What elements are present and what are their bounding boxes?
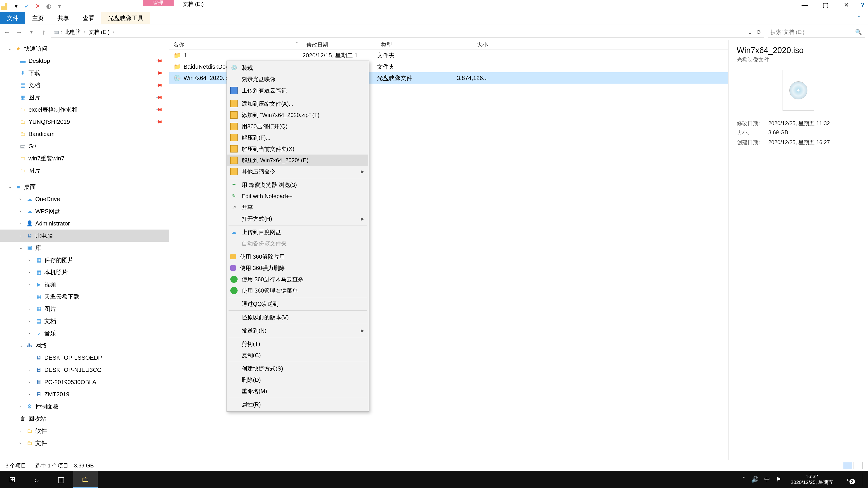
tab-share[interactable]: 共享 <box>51 12 76 24</box>
taskbar-search-button[interactable]: ⌕ <box>24 471 49 488</box>
breadcrumb[interactable]: 文档 (E:) <box>89 29 116 36</box>
menu-restore-version[interactable]: 还原以前的版本(V) <box>227 312 368 323</box>
column-headers[interactable]: 名称˄ 修改日期 类型 大小 <box>169 40 728 50</box>
minimize-button[interactable]: — <box>794 0 815 10</box>
qat-more-icon[interactable]: ▾ <box>56 2 63 10</box>
taskbar-explorer-button[interactable]: 🗀 <box>73 471 98 488</box>
menu-notepadpp[interactable]: ✎Edit with Notepad++ <box>227 191 368 202</box>
help-button[interactable]: ? <box>857 0 868 10</box>
nav-history-icon[interactable]: ▾ <box>28 29 35 35</box>
column-name[interactable]: 名称˄ <box>169 41 303 48</box>
breadcrumb[interactable]: 此电脑 <box>64 29 87 36</box>
maximize-button[interactable]: ▢ <box>815 0 836 10</box>
tree-item[interactable]: ›♪音乐 <box>0 327 169 339</box>
tree-item[interactable]: ›▦图片 <box>0 303 169 315</box>
qat-dropdown-icon[interactable]: ▾ <box>12 2 20 10</box>
address-bar[interactable]: 🖴 › 此电脑 文档 (E:) ⌄ ⟳ <box>51 27 764 37</box>
menu-add-zip[interactable]: 添加到 "Win7x64_2020.zip" (T) <box>227 109 368 121</box>
tree-onedrive[interactable]: ›☁OneDrive <box>0 193 169 205</box>
tree-recycle-bin[interactable]: 🗑回收站 <box>0 413 169 425</box>
tree-item[interactable]: 🗀Bandicam <box>0 128 169 140</box>
menu-360-manage[interactable]: 使用 360管理右键菜单 <box>227 285 368 296</box>
search-box[interactable]: 搜索"文档 (E:)" 🔍 <box>768 27 865 37</box>
view-icons-button[interactable] <box>854 462 863 469</box>
menu-mount[interactable]: 💿装载 <box>227 62 368 73</box>
menu-rename[interactable]: 重命名(M) <box>227 385 368 397</box>
close-button[interactable]: ✕ <box>836 0 857 10</box>
menu-properties[interactable]: 属性(R) <box>227 399 368 410</box>
tree-quick-access[interactable]: ⌄★快速访问 <box>0 42 169 55</box>
tab-view[interactable]: 查看 <box>76 12 101 24</box>
tree-item[interactable]: ›▦保存的图片 <box>0 254 169 266</box>
tree-documents[interactable]: ▤文档📌 <box>0 79 169 91</box>
tray-volume-icon[interactable]: 🔊 <box>751 476 758 483</box>
tray-security-icon[interactable]: ⚑ <box>776 476 781 483</box>
menu-360-unlock[interactable]: 使用 360解除占用 <box>227 251 368 262</box>
column-date[interactable]: 修改日期 <box>303 41 377 48</box>
menu-360-scan[interactable]: 使用 360进行木马云查杀 <box>227 273 368 285</box>
tree-item[interactable]: ›🗀软件 <box>0 425 169 437</box>
menu-extract-named[interactable]: 解压到 Win7x64_2020\ (E) <box>227 155 368 166</box>
start-button[interactable]: ⊞ <box>0 471 24 488</box>
tree-item[interactable]: ›🖥DESKTOP-LSSOEDP <box>0 352 169 364</box>
tree-this-pc[interactable]: ›🖥此电脑 <box>0 230 169 242</box>
tray-ime-indicator[interactable]: 中 <box>764 476 770 484</box>
tree-item[interactable]: ›▶视频 <box>0 278 169 291</box>
tab-file[interactable]: 文件 <box>0 12 25 24</box>
menu-create-shortcut[interactable]: 创建快捷方式(S) <box>227 363 368 374</box>
show-desktop-button[interactable] <box>862 473 865 486</box>
menu-burn[interactable]: 刻录光盘映像 <box>227 73 368 85</box>
tree-item[interactable]: ›▤文档 <box>0 315 169 327</box>
tray-overflow-icon[interactable]: ˄ <box>742 476 745 483</box>
tree-item[interactable]: ›▦天翼云盘下载 <box>0 291 169 303</box>
menu-youdao[interactable]: 上传到有道云笔记 <box>227 85 368 96</box>
menu-send-to[interactable]: 发送到(N)▶ <box>227 325 368 336</box>
taskbar-clock[interactable]: 16:32 2020/12/25, 星期五 <box>787 474 837 485</box>
menu-delete[interactable]: 删除(D) <box>227 374 368 385</box>
tree-downloads[interactable]: ⬇下载📌 <box>0 67 169 79</box>
nav-forward-button[interactable]: → <box>16 28 23 36</box>
qat-close-icon[interactable]: ✕ <box>34 2 41 10</box>
refresh-button[interactable]: ⟳ <box>756 29 762 36</box>
tree-item[interactable]: 🗀excel表格制作求和📌 <box>0 103 169 116</box>
menu-extract-to[interactable]: 解压到(F)... <box>227 132 368 143</box>
tree-desktop[interactable]: ▬Desktop📌 <box>0 55 169 67</box>
tree-desktop-root[interactable]: ⌄■桌面 <box>0 181 169 193</box>
menu-open-360zip[interactable]: 用360压缩打开(Q) <box>227 121 368 132</box>
menu-open-with[interactable]: 打开方式(H)▶ <box>227 213 368 224</box>
qat-generic-icon[interactable]: ◐ <box>45 2 53 10</box>
tree-item[interactable]: ›🖥PC-20190530OBLA <box>0 376 169 388</box>
tree-libraries[interactable]: ⌄▣库 <box>0 242 169 254</box>
ribbon-collapse-icon[interactable]: ⌃ <box>849 12 868 24</box>
menu-extract-here[interactable]: 解压到当前文件夹(X) <box>227 143 368 155</box>
action-center-button[interactable]: ▭ 3 <box>843 473 856 486</box>
file-row[interactable]: 📁1 2020/12/15, 星期二 1... 文件夹 <box>169 50 728 61</box>
nav-back-button[interactable]: ← <box>3 28 11 36</box>
menu-qq-send[interactable]: 通过QQ发送到 <box>227 298 368 310</box>
menu-360-force-delete[interactable]: 使用 360强力删除 <box>227 262 368 273</box>
menu-add-archive[interactable]: 添加到压缩文件(A)... <box>227 98 368 109</box>
menu-other-compress[interactable]: 其他压缩命令▶ <box>227 166 368 177</box>
task-view-button[interactable]: ◫ <box>49 471 73 488</box>
address-dropdown-icon[interactable]: ⌄ <box>747 29 752 36</box>
tree-control-panel[interactable]: ›⚙控制面板 <box>0 400 169 413</box>
tree-item[interactable]: ›🖥ZMT2019 <box>0 388 169 400</box>
tab-disc-image-tools[interactable]: 光盘映像工具 <box>101 12 150 24</box>
tree-network[interactable]: ⌄🖧网络 <box>0 339 169 352</box>
tree-item[interactable]: ›🗀文件 <box>0 437 169 449</box>
tree-item[interactable]: 🖴G:\ <box>0 140 169 152</box>
tree-item[interactable]: ›🖥DESKTOP-NJEU3CG <box>0 364 169 376</box>
menu-copy[interactable]: 复制(C) <box>227 350 368 361</box>
tree-admin[interactable]: ›👤Administrator <box>0 217 169 230</box>
tree-item[interactable]: ›▦本机照片 <box>0 266 169 278</box>
navigation-pane[interactable]: ⌄★快速访问 ▬Desktop📌 ⬇下载📌 ▤文档📌 ▦图片📌 🗀excel表格… <box>0 40 169 460</box>
menu-baidu-upload[interactable]: ☁上传到百度网盘 <box>227 226 368 238</box>
menu-share[interactable]: ↗共享 <box>227 202 368 213</box>
view-details-button[interactable] <box>843 462 852 469</box>
qat-check-icon[interactable]: ✓ <box>23 2 31 10</box>
nav-up-button[interactable]: ↑ <box>40 28 48 36</box>
menu-cut[interactable]: 剪切(T) <box>227 338 368 350</box>
tree-wps[interactable]: ›☁WPS网盘 <box>0 205 169 217</box>
column-size[interactable]: 大小 <box>440 41 495 48</box>
tree-pictures[interactable]: ▦图片📌 <box>0 91 169 103</box>
